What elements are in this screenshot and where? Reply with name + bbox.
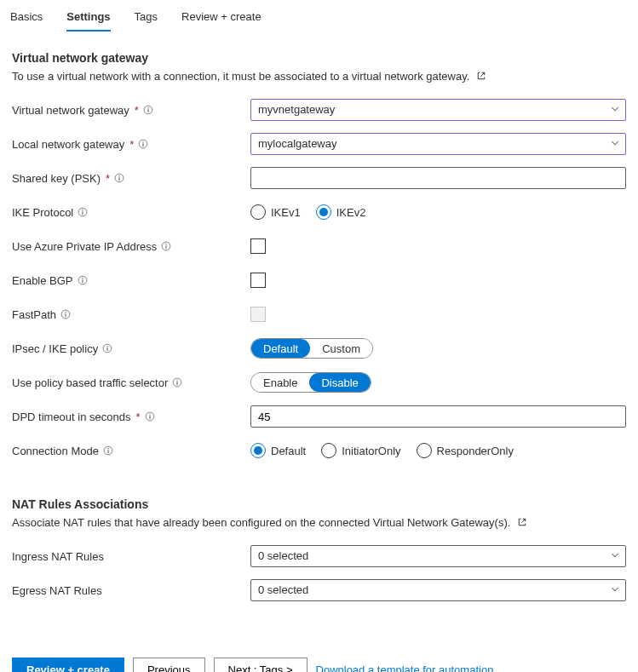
vng-select[interactable]: myvnetgateway <box>250 99 626 121</box>
toggle-pbs-enable[interactable]: Enable <box>251 373 309 392</box>
ingress-nat-value: 0 selected <box>250 545 626 567</box>
section-title-nat: NAT Rules Associations <box>12 497 626 511</box>
section-desc-nat: Associate NAT rules that have already be… <box>12 516 626 530</box>
toggle-pbs: Enable Disable <box>250 372 371 393</box>
checkbox-privateip[interactable] <box>250 238 266 254</box>
svg-point-31 <box>107 448 108 449</box>
svg-rect-29 <box>149 416 150 419</box>
svg-point-10 <box>83 210 83 210</box>
egress-nat-select[interactable]: 0 selected <box>250 579 626 601</box>
review-create-button[interactable]: Review + create <box>12 658 124 672</box>
label-psk: Shared key (PSK) <box>12 172 101 185</box>
footer-bar: Review + create Previous Next : Tags > D… <box>0 647 638 672</box>
lng-select[interactable]: mylocalgateway <box>250 133 626 155</box>
label-privateip: Use Azure Private IP Address <box>12 240 157 253</box>
tab-bar: Basics Settings Tags Review + create <box>0 0 638 32</box>
previous-button[interactable]: Previous <box>133 658 205 672</box>
info-icon[interactable] <box>101 342 113 354</box>
tab-basics[interactable]: Basics <box>10 5 43 32</box>
svg-point-25 <box>177 380 178 381</box>
svg-point-4 <box>143 141 144 142</box>
dpd-input[interactable] <box>250 405 626 428</box>
tab-review[interactable]: Review + create <box>181 5 262 32</box>
svg-rect-14 <box>166 245 167 249</box>
svg-point-1 <box>147 107 148 108</box>
section-desc-vng: To use a virtual network with a connecti… <box>12 70 626 83</box>
radio-ikev2-label: IKEv2 <box>336 206 366 219</box>
info-icon[interactable] <box>102 445 114 457</box>
info-icon[interactable] <box>142 104 154 116</box>
required-asterisk: * <box>135 104 139 117</box>
label-ingress-nat: Ingress NAT Rules <box>12 550 104 563</box>
vng-select-value: myvnetgateway <box>250 99 626 121</box>
info-icon[interactable] <box>171 376 183 388</box>
radio-mode-default[interactable]: Default <box>250 443 306 458</box>
radio-mode-initiator[interactable]: InitiatorOnly <box>321 443 400 458</box>
radio-mode-default-label: Default <box>271 445 306 457</box>
svg-rect-26 <box>177 382 178 385</box>
checkbox-fastpath <box>250 307 266 322</box>
info-icon[interactable] <box>77 274 89 286</box>
toggle-ipsec-custom[interactable]: Custom <box>310 339 372 358</box>
info-icon[interactable] <box>77 206 89 218</box>
toggle-ipsec: Default Custom <box>250 338 373 359</box>
svg-point-28 <box>149 414 150 415</box>
label-pbs: Use policy based traffic selector <box>12 376 168 389</box>
radio-ikev1-label: IKEv1 <box>271 206 301 219</box>
radio-ikev2[interactable]: IKEv2 <box>316 204 366 220</box>
radio-mode-initiator-label: InitiatorOnly <box>342 445 400 457</box>
label-dpd: DPD timeout in seconds <box>12 411 130 423</box>
lng-select-value: mylocalgateway <box>250 133 626 155</box>
tab-tags[interactable]: Tags <box>135 5 158 32</box>
next-button[interactable]: Next : Tags > <box>214 658 308 672</box>
required-asterisk: * <box>129 138 134 151</box>
download-template-link[interactable]: Download a template for automation <box>316 663 494 672</box>
tab-settings[interactable]: Settings <box>66 5 110 32</box>
external-link-icon[interactable] <box>517 517 527 530</box>
svg-rect-5 <box>143 143 144 146</box>
svg-rect-17 <box>82 279 83 283</box>
toggle-pbs-disable[interactable]: Disable <box>309 373 370 392</box>
svg-point-7 <box>118 175 119 176</box>
label-fastpath: FastPath <box>12 308 56 321</box>
label-egress-nat: Egress NAT Rules <box>12 584 102 597</box>
svg-point-16 <box>82 278 83 279</box>
checkbox-bgp[interactable] <box>250 273 266 288</box>
toggle-ipsec-default[interactable]: Default <box>251 339 310 358</box>
label-bgp: Enable BGP <box>12 274 73 287</box>
section-desc-nat-text: Associate NAT rules that have already be… <box>12 516 510 529</box>
psk-input[interactable] <box>250 167 626 189</box>
required-asterisk: * <box>135 411 140 423</box>
info-icon[interactable] <box>137 138 149 150</box>
section-title-vng: Virtual network gateway <box>12 51 626 65</box>
radio-mode-responder-label: ResponderOnly <box>437 445 514 457</box>
svg-rect-11 <box>83 211 83 215</box>
radio-mode-responder[interactable]: ResponderOnly <box>417 443 514 458</box>
svg-rect-20 <box>66 313 66 317</box>
svg-rect-8 <box>119 177 120 181</box>
label-ike: IKE Protocol <box>12 206 73 219</box>
required-asterisk: * <box>106 172 110 185</box>
svg-point-22 <box>106 346 107 347</box>
external-link-icon[interactable] <box>476 71 486 83</box>
svg-rect-32 <box>107 450 108 453</box>
svg-rect-23 <box>107 347 108 351</box>
info-icon[interactable] <box>113 172 125 184</box>
svg-point-19 <box>65 312 66 313</box>
egress-nat-value: 0 selected <box>250 579 626 601</box>
info-icon[interactable] <box>160 240 172 252</box>
info-icon[interactable] <box>144 411 156 422</box>
label-lng: Local network gateway <box>12 138 124 151</box>
radio-ikev1[interactable]: IKEv1 <box>250 204 301 220</box>
label-connmode: Connection Mode <box>12 445 99 457</box>
svg-point-13 <box>166 244 167 244</box>
label-ipsec: IPsec / IKE policy <box>12 342 98 355</box>
info-icon[interactable] <box>60 308 72 320</box>
svg-rect-2 <box>147 109 148 112</box>
ingress-nat-select[interactable]: 0 selected <box>250 545 626 567</box>
label-vng: Virtual network gateway <box>12 104 129 117</box>
section-desc-vng-text: To use a virtual network with a connecti… <box>12 70 469 83</box>
